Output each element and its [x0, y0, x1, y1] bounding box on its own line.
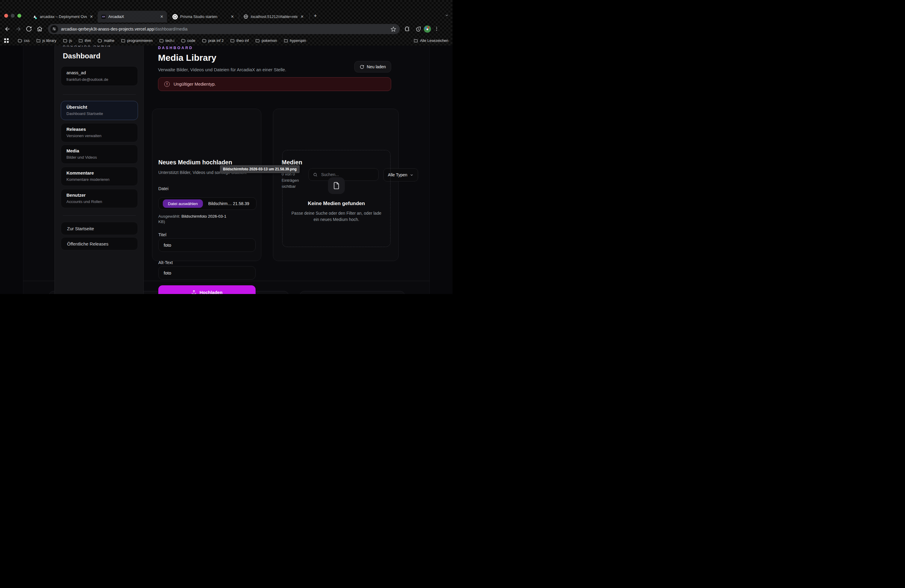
openai-icon — [172, 14, 178, 19]
empty-text: Passe deine Suche oder den Filter an, od… — [283, 210, 390, 222]
profile-avatar[interactable] — [424, 25, 431, 33]
bookmark-folder[interactable]: js — [63, 38, 72, 43]
url-path: /dashboard/media — [154, 27, 187, 32]
bookmark-folder[interactable]: mathe — [98, 38, 114, 43]
window-controls — [4, 14, 21, 17]
home-link-button[interactable]: Zur Startseite — [61, 222, 138, 235]
tab-title: Prisma Studio starten — [180, 14, 228, 19]
browser-chrome: arcadiax – Deployment Overv ✕ AX Arcadia… — [0, 0, 452, 46]
upload-panel: Neues Medium hochladen Unterstützt Bilde… — [152, 109, 261, 261]
bookmark-folder[interactable]: prak inf 2 — [202, 38, 224, 43]
chevron-down-icon — [410, 173, 414, 177]
zoom-window-button[interactable] — [17, 14, 21, 17]
selected-file-text: Ausgewählt: Bildschirmfoto 2026-03-1KB) — [158, 214, 257, 224]
globe-icon — [243, 14, 248, 19]
sidebar-item-kommentare[interactable]: Kommentare Kommentare moderieren — [61, 167, 138, 186]
error-banner: ! Ungültiger Medientyp. — [158, 77, 391, 91]
title-label: Titel — [158, 232, 167, 237]
reload-media-button[interactable]: Neu laden — [354, 61, 391, 72]
bookmark-folder[interactable]: programmieren — [121, 38, 152, 43]
bottom-card — [299, 291, 405, 294]
page-eyebrow: DASHBOARD — [158, 46, 193, 50]
alt-text-field[interactable]: foto — [158, 266, 256, 280]
filename-tooltip: Bildschirmfoto 2026-03-13 um 21.58.39.pn… — [220, 165, 300, 173]
page-subtitle: Verwalte Bilder, Videos und Dateien für … — [158, 67, 286, 72]
upload-icon — [192, 290, 196, 294]
sidebar-item-media[interactable]: Media Bilder und Videos — [61, 145, 138, 164]
divider — [63, 215, 136, 216]
close-icon[interactable]: ✕ — [89, 14, 94, 19]
minimize-window-button[interactable] — [11, 14, 15, 17]
close-icon[interactable]: ✕ — [300, 14, 304, 19]
bookmark-star-icon[interactable] — [391, 26, 396, 32]
url-host: arcadiax-qerbeyk3t-anass-des-projects.ve… — [61, 27, 154, 32]
bookmarks-bar: css js library js thm mathe programmiere… — [0, 36, 452, 46]
all-bookmarks[interactable]: Alle Lesezeichen — [414, 38, 448, 43]
address-bar[interactable]: arcadiax-qerbeyk3t-anass-des-projects.ve… — [48, 24, 400, 34]
alert-circle-icon: ! — [164, 81, 170, 87]
close-icon[interactable]: ✕ — [159, 14, 164, 19]
new-tab-button[interactable]: + — [314, 13, 317, 19]
tab-arcadiax[interactable]: AX ArcadiaX ✕ — [98, 11, 167, 22]
back-button[interactable] — [4, 26, 11, 32]
tab-title: ArcadiaX — [108, 14, 157, 19]
forward-button[interactable] — [15, 26, 22, 32]
page-content: ARCADIAX ADMIN Dashboard anass_ad frankf… — [0, 46, 452, 294]
upload-button[interactable]: Hochladen — [158, 285, 256, 294]
title-field[interactable]: foto — [158, 238, 256, 252]
apps-grid-icon[interactable] — [4, 38, 9, 43]
choose-file-button[interactable]: Datei auswählen — [163, 199, 203, 208]
sidebar-item-uebersicht[interactable]: Übersicht Dashboard Startseite — [61, 101, 138, 120]
sidebar: ARCADIAX ADMIN Dashboard anass_ad frankf… — [54, 46, 144, 294]
close-window-button[interactable] — [4, 14, 8, 17]
tab-title: localhost:51212/#table=releas — [251, 14, 297, 19]
brand-label: ARCADIAX ADMIN — [63, 46, 111, 48]
vercel-icon — [32, 14, 37, 19]
home-button[interactable] — [37, 26, 43, 32]
site-settings-icon[interactable] — [50, 25, 58, 33]
page-title: Media Library — [158, 53, 216, 63]
user-card: anass_ad frankfurt-de@outlook.de — [61, 66, 138, 86]
menu-kebab-icon[interactable] — [434, 26, 439, 32]
empty-title: Keine Medien gefunden — [283, 200, 390, 207]
sidebar-title: Dashboard — [63, 52, 100, 60]
file-name-display: Bildschirm… 21.58.39 — [208, 201, 249, 206]
energy-saver-icon[interactable] — [415, 26, 421, 32]
alt-text-label: Alt-Text — [158, 260, 173, 265]
bookmark-folder[interactable]: theo inf — [230, 38, 249, 43]
arcadiax-icon: AX — [101, 14, 106, 19]
screen: arcadiax – Deployment Overv ✕ AX Arcadia… — [0, 0, 452, 294]
close-icon[interactable]: ✕ — [230, 14, 235, 19]
sidebar-item-releases[interactable]: Releases Versionen verwalten — [61, 123, 138, 142]
bookmark-folder[interactable]: tech.i — [159, 38, 175, 43]
file-icon — [332, 182, 340, 189]
empty-state: Keine Medien gefunden Passe deine Suche … — [282, 150, 391, 247]
bookmark-folder[interactable]: code — [181, 38, 195, 43]
extensions-icon[interactable] — [404, 26, 410, 32]
media-panel: Medien 0 von 0 Einträgen sichtbar Alle T… — [273, 109, 399, 261]
bookmark-folder[interactable]: pokemon — [255, 38, 277, 43]
sidebar-item-benutzer[interactable]: Benutzer Accounts und Rollen — [61, 189, 138, 208]
bookmark-folder[interactable]: js library — [36, 38, 57, 43]
tab-deployment[interactable]: arcadiax – Deployment Overv ✕ — [29, 11, 97, 22]
divider — [63, 94, 136, 95]
file-label: Datei — [158, 186, 168, 191]
bookmark-folder[interactable]: thm — [78, 38, 91, 43]
reload-button[interactable] — [26, 26, 32, 32]
upload-title: Neues Medium hochladen — [158, 159, 232, 166]
file-input[interactable]: Datei auswählen Bildschirm… 21.58.39 — [158, 197, 256, 210]
file-icon-tile — [328, 177, 345, 194]
tab-search-chevron-icon[interactable] — [445, 13, 449, 17]
tab-localhost[interactable]: localhost:51212/#table=releas ✕ — [240, 11, 307, 22]
user-email: frankfurt-de@outlook.de — [67, 77, 132, 82]
tab-prisma[interactable]: Prisma Studio starten ✕ — [169, 11, 238, 22]
tab-title: arcadiax – Deployment Overv — [40, 14, 87, 19]
bookmark-folder[interactable]: hyperspin — [284, 38, 306, 43]
user-name: anass_ad — [67, 70, 132, 75]
bookmark-folder[interactable]: css — [17, 38, 30, 43]
error-text: Ungültiger Medientyp. — [173, 82, 216, 86]
public-releases-button[interactable]: Öffentliche Releases — [61, 237, 138, 250]
refresh-icon — [360, 65, 364, 69]
